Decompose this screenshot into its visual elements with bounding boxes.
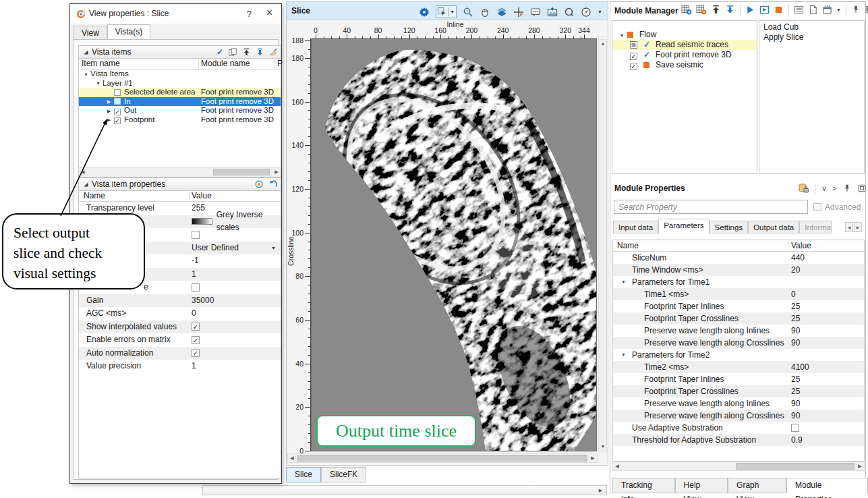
expander-icon[interactable]: ▼ — [621, 349, 626, 361]
mouse-mode-button[interactable] — [480, 7, 490, 18]
vista-tree-row[interactable]: Selected delete areaFoot print remove 3D — [79, 88, 281, 97]
tab-slice[interactable]: Slice — [286, 467, 321, 482]
run-to-module-button[interactable] — [759, 5, 770, 15]
export-image-button[interactable] — [547, 7, 558, 18]
column-separator[interactable] — [189, 192, 190, 200]
flow-row[interactable]: ✓✓Foot print remove 3D — [612, 50, 757, 60]
collapse-section-icon[interactable] — [83, 49, 89, 55]
scroll-left-arrow[interactable]: ◀ — [79, 168, 87, 176]
expander-icon[interactable]: ▶ — [105, 107, 113, 116]
value-checkbox[interactable]: ✓ — [192, 349, 200, 357]
parameter-row[interactable]: Preserve wave length along Crosslines90 — [613, 410, 864, 422]
annotation-button[interactable] — [530, 7, 541, 18]
pin-panel-button[interactable] — [851, 5, 861, 14]
column-header-module-name[interactable]: Module name — [201, 59, 250, 69]
parameter-row[interactable]: Time2 <ms>4100 — [613, 361, 864, 373]
item-checkbox[interactable] — [114, 89, 121, 96]
new-flow-button[interactable] — [808, 5, 818, 15]
move-down-button[interactable] — [725, 5, 735, 15]
scroll-right-arrow[interactable]: ▶ — [856, 462, 864, 470]
app-bottom-scrollbar[interactable] — [202, 485, 607, 495]
module-checkbox[interactable]: ✓ — [630, 53, 637, 60]
tab-module-properties[interactable]: Module Properties — [786, 478, 868, 493]
vista-tree-row[interactable]: ▶✓OutFoot print remove 3D — [79, 106, 281, 115]
remove-module-button[interactable] — [696, 4, 707, 15]
expander-icon[interactable]: ▼ — [82, 70, 90, 80]
expand-all-button[interactable]: > — [832, 184, 836, 192]
erase-item-button[interactable] — [269, 48, 278, 57]
tab-scroll-right-button[interactable]: ▶ — [854, 222, 862, 232]
collapse-section-icon[interactable] — [83, 182, 89, 188]
parameter-row[interactable]: SliceNum440 — [613, 252, 864, 264]
selection-mode-button[interactable]: ▼ — [436, 5, 457, 18]
value-checkbox[interactable]: ✓ — [192, 336, 200, 344]
parameter-row[interactable]: Footprint Taper Crosslines25 — [613, 312, 864, 325]
vista-tree-row[interactable]: ▼Vista Items — [79, 70, 281, 79]
scroll-left-arrow[interactable]: ◀ — [613, 462, 621, 470]
float-panel-button[interactable] — [865, 5, 868, 14]
expander-icon[interactable]: ▶ — [105, 115, 113, 125]
property-row[interactable]: Show interpolated values✓ — [79, 321, 281, 334]
value-checkbox[interactable]: ✓ — [192, 323, 200, 331]
close-icon[interactable]: × — [266, 7, 272, 19]
scroll-left-arrow[interactable]: ◀ — [288, 454, 296, 462]
column-separator[interactable] — [788, 241, 788, 250]
scroll-thumb[interactable] — [297, 455, 587, 462]
target-button[interactable] — [254, 179, 264, 189]
parameter-row[interactable]: Time1 <ms>0 — [613, 288, 864, 300]
parameter-row[interactable]: ▼Parameters for Time1 — [613, 276, 864, 288]
scroll-up-arrow[interactable]: ▲ — [599, 40, 607, 48]
flow-row[interactable]: ✓Save seismic — [612, 60, 757, 70]
column-header-name[interactable]: Name — [613, 241, 639, 250]
parameter-row[interactable]: Footprint Taper Inlines25 — [613, 300, 864, 312]
slice-vertical-scrollbar[interactable]: ▲ ▼ — [598, 39, 607, 451]
vista-items-horizontal-scrollbar[interactable]: ◀ ▶ — [79, 167, 281, 177]
tab-parameters[interactable]: Parameters — [658, 219, 709, 233]
float-panel-button[interactable] — [857, 184, 867, 193]
run-flow-button[interactable] — [745, 5, 755, 15]
tab-vista-s-[interactable]: Vista(s) — [107, 24, 150, 40]
column-header-item-name[interactable]: Item name — [79, 59, 120, 68]
tab-view[interactable]: View — [74, 26, 107, 40]
scroll-thumb[interactable] — [213, 169, 270, 175]
tab-settings[interactable]: Settings — [710, 221, 749, 233]
module-checkbox[interactable]: ✓ — [630, 63, 637, 70]
property-row[interactable]: Enable errors on matrix✓ — [79, 333, 281, 347]
copy-items-button[interactable] — [228, 47, 237, 57]
expander-icon[interactable]: ▼ — [621, 276, 626, 288]
vista-tree-row[interactable]: ▶InFoot print remove 3D — [79, 97, 281, 107]
value-checkbox[interactable] — [192, 231, 200, 239]
compass-button[interactable] — [581, 7, 591, 18]
vista-items-header[interactable]: Vista items ✓ — [79, 46, 281, 59]
parameter-row[interactable]: Preserve wave length along Inlines90 — [613, 325, 864, 337]
dialog-title-bar[interactable]: View properties : Slice ? × — [70, 4, 281, 24]
view-settings-button[interactable] — [419, 7, 430, 18]
add-module-button[interactable] — [681, 4, 692, 15]
tab-tracking-info[interactable]: Tracking info — [612, 478, 675, 493]
selection-dropdown-caret[interactable]: ▼ — [449, 7, 455, 16]
tab-slicefk[interactable]: SliceFK — [321, 467, 366, 482]
value-checkbox[interactable] — [192, 283, 200, 292]
column-header-value[interactable]: Value — [192, 191, 212, 201]
move-item-up-button[interactable] — [242, 48, 251, 57]
expander-icon[interactable]: ▼ — [94, 79, 103, 88]
parameter-row[interactable]: Use Adaptive Substration — [613, 422, 864, 434]
value-checkbox[interactable] — [791, 424, 799, 432]
parameters-horizontal-scrollbar[interactable]: ◀ ▶ — [612, 462, 865, 471]
vista-item-properties-header[interactable]: Vista item properties — [79, 178, 281, 191]
slice-horizontal-scrollbar[interactable]: ◀ ▶ — [287, 453, 598, 463]
parameter-row[interactable]: ▼Parameters for Time2 — [613, 349, 864, 361]
parameter-row[interactable]: Preserve wave length along Inlines90 — [613, 397, 864, 410]
move-up-button[interactable] — [711, 5, 721, 15]
scroll-right-arrow[interactable]: ▶ — [272, 168, 281, 176]
property-row[interactable]: AGC <ms>0 — [79, 307, 281, 321]
item-checkbox[interactable] — [114, 98, 121, 105]
scroll-thumb[interactable] — [736, 463, 855, 470]
tab-help-view[interactable]: Help View — [675, 478, 728, 493]
column-separator[interactable] — [198, 59, 199, 68]
vista-tree-row[interactable]: ▶✓FootprintFoot print remove 3D — [79, 115, 281, 125]
tab-output-data[interactable]: Output data — [748, 221, 799, 233]
column-header-value[interactable]: Value — [791, 240, 811, 251]
tab-graph-view[interactable]: Graph View — [728, 478, 786, 493]
job-list-button[interactable] — [794, 5, 804, 15]
